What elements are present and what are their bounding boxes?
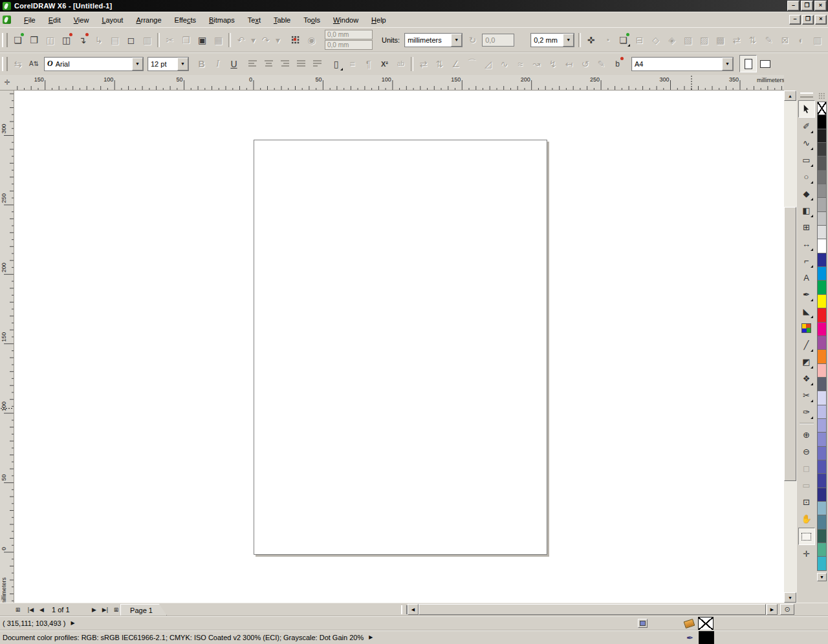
blend-tool[interactable]: ❖ (799, 370, 814, 387)
swatch-2b2e92[interactable] (817, 253, 827, 267)
units-combo-dropdown-button[interactable]: ▼ (451, 34, 462, 47)
align-justify-button[interactable] (293, 56, 309, 72)
swatch-a9a9a9[interactable] (817, 198, 827, 211)
copy-button[interactable]: ❐ (178, 32, 194, 48)
text-properties-button[interactable]: b (609, 56, 626, 72)
font-name-combo[interactable]: OArial▼ (44, 57, 144, 71)
font-size-combo-dropdown-button[interactable]: ▼ (177, 58, 188, 70)
crop-tool[interactable]: ✂ (799, 387, 814, 403)
outline-width-combo[interactable]: 0,2 mm▼ (530, 33, 574, 47)
fill-swatch[interactable] (698, 617, 714, 630)
swatch-none[interactable] (817, 102, 827, 115)
mirror-vertical-button[interactable]: ⇅ (431, 56, 448, 72)
swatch-f9b8b5[interactable] (817, 364, 827, 378)
nudge-offset-fields-1[interactable]: 0,0 mm (325, 30, 373, 39)
dynamic-guides-button[interactable]: ▧ (680, 32, 696, 48)
swatch-3d3d3d[interactable] (817, 143, 827, 156)
save-button[interactable]: ◫ (42, 32, 58, 48)
swatch-4fae8d[interactable] (817, 543, 827, 557)
interactive-fill-tool[interactable]: ◩ (799, 354, 814, 370)
italic-button[interactable]: I (210, 56, 226, 72)
table-tool[interactable]: ⊞ (799, 219, 814, 235)
dimension-tool[interactable]: ↔ (799, 236, 814, 252)
restore-button[interactable]: ❐ (801, 1, 813, 11)
rotate-button[interactable]: ∠ (448, 56, 464, 72)
refresh-button[interactable]: ↻ (464, 32, 481, 48)
menu-bitmaps[interactable]: Bitmaps (202, 14, 241, 26)
last-page-button[interactable]: ▶| (100, 605, 110, 614)
font-name-combo-dropdown-button[interactable]: ▼ (132, 58, 143, 70)
swatch-8e8e8e[interactable] (817, 184, 827, 198)
menu-effects[interactable]: Effects (168, 14, 202, 26)
page-border-button[interactable]: ▥ (809, 32, 825, 48)
swatch-1f1f1f[interactable] (817, 129, 827, 143)
swatch-2f5f55[interactable] (817, 530, 827, 543)
snap-to-objects-button[interactable]: ◈ (664, 32, 680, 48)
zoom-to-page-tool[interactable]: ▭ (799, 477, 814, 493)
snap-to-guidelines-button[interactable]: ◇ (648, 32, 664, 48)
swatch-5555b0[interactable] (817, 460, 827, 474)
swatch-000000[interactable] (817, 115, 827, 129)
swatch-0093dd[interactable] (817, 267, 827, 281)
swatch-40409c[interactable] (817, 474, 827, 488)
application-launcher-button[interactable] (287, 32, 303, 48)
document-navigator-button[interactable]: ⊙ (780, 604, 794, 615)
drawing-page[interactable] (254, 140, 547, 555)
horizontal-ruler[interactable]: 15010050050100150200250300350 (14, 75, 784, 91)
basic-shapes-tool[interactable]: ◧ (799, 202, 814, 219)
menu-tools[interactable]: Tools (297, 14, 327, 26)
swatch-ec008c[interactable] (817, 323, 827, 336)
palette-scroll-down-button[interactable]: ▼ (817, 573, 827, 581)
text-direction-button[interactable]: ⇆ (10, 56, 26, 72)
doc-close-button[interactable]: × (815, 15, 827, 25)
menu-edit[interactable]: Edit (42, 14, 67, 26)
text-tool[interactable]: A (799, 270, 814, 286)
treat-as-filled-button[interactable]: ⊠ (777, 32, 793, 48)
edit-text-button[interactable]: A⇅ (26, 56, 42, 72)
scroll-down-button[interactable]: ▼ (784, 592, 796, 603)
add-page-button[interactable]: ⊞ (13, 605, 23, 614)
nudge-offset-fields[interactable]: 0,0 mm0,0 mm (325, 30, 373, 50)
status-expand-button-1[interactable]: ▶ (71, 620, 77, 627)
swatch-6f6fc1[interactable] (817, 447, 827, 460)
swatch-ed1c24[interactable] (817, 308, 827, 322)
arc-text-button[interactable]: ⌒ (464, 56, 480, 72)
units-combo[interactable]: millimeters▼ (404, 33, 463, 47)
swatch-5b5f6e[interactable] (817, 378, 827, 391)
print-preview-button[interactable]: ◻ (123, 32, 139, 48)
page-size-combo[interactable]: A4▼ (631, 57, 734, 71)
bullets-button[interactable]: ≡ (344, 56, 360, 72)
undo-button[interactable]: ↶ (233, 32, 249, 48)
pan-tool[interactable]: ✋ (799, 511, 814, 527)
save-as-button[interactable]: ◫ (58, 32, 74, 48)
close-button[interactable]: × (814, 1, 827, 11)
page-tab[interactable]: Page 1 (120, 604, 167, 616)
palette-grip[interactable] (818, 92, 825, 99)
connector-tool[interactable]: ⌐ (799, 253, 814, 269)
straighten-text-button[interactable]: ↯ (545, 56, 561, 72)
redo-button[interactable]: ↷ (257, 32, 274, 48)
print-button[interactable]: ▤ (107, 32, 123, 48)
export-button[interactable]: ↳ (91, 32, 107, 48)
swatch-d7d7f2[interactable] (817, 391, 827, 405)
swatch-dfdfdf[interactable] (817, 226, 827, 239)
menu-help[interactable]: Help (365, 14, 393, 26)
scroll-up-button[interactable]: ▲ (784, 91, 796, 101)
rectangle-tool[interactable]: ▭ (799, 152, 814, 168)
reset-rotation-button[interactable]: ↺ (577, 56, 593, 72)
import-button[interactable]: ↴ (74, 32, 91, 48)
cut-button[interactable]: ✂ (162, 32, 178, 48)
polygon-tool[interactable]: ◆ (799, 186, 814, 202)
first-page-button[interactable]: |◀ (26, 605, 36, 614)
new-document-button[interactable]: ❏ (10, 32, 26, 48)
undo-dropdown[interactable]: ▾ (249, 32, 257, 48)
zoom-in-tool[interactable]: ⊕ (799, 427, 814, 443)
smart-fill-tool[interactable] (799, 320, 814, 336)
previous-page-button[interactable]: ◀ (37, 605, 47, 614)
publish-pdf-button[interactable]: ▥ (139, 32, 155, 48)
align-right-button[interactable] (277, 56, 293, 72)
menu-table[interactable]: Table (267, 14, 297, 26)
freehand-tool[interactable]: ∿ (799, 135, 814, 151)
swatch-585858[interactable] (817, 156, 827, 170)
alignment-guides-button[interactable]: ▨ (696, 32, 712, 48)
